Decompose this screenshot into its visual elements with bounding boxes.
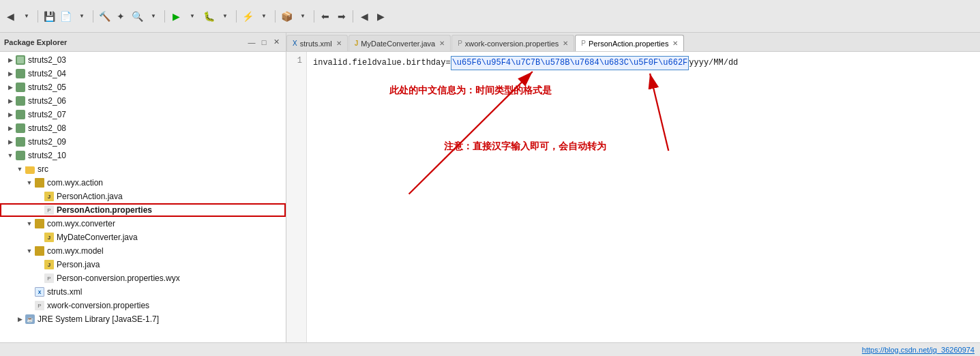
toolbar-saveas-icon[interactable]: 📄: [58, 9, 73, 24]
toolbar-dropdown7-icon[interactable]: ▼: [295, 9, 310, 24]
toolbar-nav-back-icon[interactable]: ◀: [357, 9, 372, 24]
package-icon: [34, 218, 45, 229]
toolbar-left-icon[interactable]: ⬅: [318, 9, 333, 24]
tree-item-struts2_08[interactable]: ▶ struts2_08: [0, 121, 286, 135]
tree-arrow-expanded[interactable]: ▼: [25, 178, 34, 188]
toolbar-right-icon[interactable]: ➡: [334, 9, 349, 24]
toolbar-dropdown3-icon[interactable]: ▼: [146, 9, 161, 24]
panel-close-icon[interactable]: ✕: [271, 37, 282, 48]
toolbar-ext-icon[interactable]: ⚡: [240, 9, 255, 24]
toolbar-run-icon[interactable]: ▶: [168, 9, 183, 24]
toolbar-cursor-icon[interactable]: ✦: [113, 9, 128, 24]
tab-label: PersonAction.properties: [589, 40, 668, 48]
tab-close-icon[interactable]: ✕: [563, 40, 568, 47]
tree-item-MyDateConverter-java[interactable]: J MyDateConverter.java: [0, 231, 286, 244]
tree-item-struts2_04[interactable]: ▶ struts2_04: [0, 67, 286, 80]
tree-arrow-expanded[interactable]: ▼: [5, 151, 15, 160]
tree-arrow[interactable]: ▶: [15, 314, 25, 324]
tree-arrow-leaf: [34, 273, 44, 283]
tree-item-com-wyx-converter[interactable]: ▼ com.wyx.converter: [0, 217, 286, 231]
tree-arrow[interactable]: ▶: [5, 137, 15, 147]
tree-arrow[interactable]: ▶: [5, 55, 15, 65]
tab-java-icon: J: [355, 40, 359, 47]
tree-area[interactable]: ▶ struts2_03 ▶ struts2_04 ▶ struts2_05: [0, 52, 286, 342]
toolbar-nav-fwd-icon[interactable]: ▶: [373, 9, 388, 24]
tree-arrow-expanded[interactable]: ▼: [15, 164, 25, 174]
tree-item-struts2_06[interactable]: ▶ struts2_06: [0, 94, 286, 108]
toolbar-sep-2: [93, 10, 93, 23]
code-unicode-value: \u65F6\u95F4\u7C7B\u578B\u7684\u683C\u5F…: [451, 56, 689, 70]
tab-close-icon[interactable]: ✕: [672, 40, 678, 47]
tree-arrow-expanded[interactable]: ▼: [25, 246, 34, 256]
toolbar-back-icon[interactable]: ◀: [3, 9, 18, 24]
panel-header-icons: — □ ✕: [246, 37, 282, 48]
toolbar-dropdown-icon[interactable]: ▼: [19, 9, 34, 24]
xml-file-icon: X: [34, 286, 45, 297]
tree-item-jre-library[interactable]: ▶ ☕ JRE System Library [JavaSE-1.7]: [0, 312, 286, 326]
library-icon: ☕: [25, 314, 35, 325]
tree-item-struts2_07[interactable]: ▶ struts2_07: [0, 108, 286, 121]
toolbar-bug-icon[interactable]: 🐛: [201, 9, 216, 24]
tree-item-com-wyx-action[interactable]: ▼ com.wyx.action: [0, 176, 286, 190]
panel-minimize-icon[interactable]: —: [246, 37, 257, 48]
toolbar-dropdown5-icon[interactable]: ▼: [218, 9, 233, 24]
tree-item-src[interactable]: ▼ src: [0, 162, 286, 176]
panel-maximize-icon[interactable]: □: [258, 37, 269, 48]
toolbar-sep-1: [38, 10, 38, 23]
tree-label: struts2_08: [28, 123, 66, 133]
toolbar-sep-5: [275, 10, 276, 23]
tree-label: Person.java: [57, 260, 100, 269]
tree-item-Person-conversion-properties[interactable]: P Person-conversion.properties.wyx: [0, 271, 286, 285]
tree-label: JRE System Library [JavaSE-1.7]: [38, 314, 159, 324]
project-icon: [15, 82, 26, 93]
tab-MyDateConverter[interactable]: J MyDateConverter.java ✕: [348, 35, 451, 51]
tree-label: com.wyx.converter: [47, 219, 115, 228]
tab-close-icon[interactable]: ✕: [439, 40, 445, 47]
tab-PersonAction-properties[interactable]: P PersonAction.properties ✕: [575, 35, 684, 51]
project-icon: [15, 123, 26, 134]
tree-label: struts2_05: [28, 83, 66, 92]
tree-item-struts2_09[interactable]: ▶ struts2_09: [0, 135, 286, 149]
tab-close-icon[interactable]: ✕: [336, 40, 342, 47]
tree-item-struts2_05[interactable]: ▶ struts2_05: [0, 80, 286, 94]
status-bar: https://blog.csdn.net/jq_36260974: [0, 342, 980, 356]
tab-xwork-conversion[interactable]: P xwork-conversion.properties ✕: [451, 35, 574, 51]
tree-item-com-wyx-model[interactable]: ▼ com.wyx.model: [0, 244, 286, 258]
tree-item-struts2_10[interactable]: ▼ struts2_10: [0, 149, 286, 162]
project-icon: [15, 68, 26, 79]
tree-arrow-leaf: [34, 233, 44, 242]
properties-file-icon: P: [44, 205, 55, 216]
tab-struts-xml[interactable]: X struts.xml ✕: [286, 35, 348, 51]
tree-label: struts2_03: [28, 55, 66, 65]
tree-arrow-expanded[interactable]: ▼: [25, 219, 34, 228]
tree-arrow-leaf: [25, 301, 34, 310]
tab-label: MyDateConverter.java: [361, 40, 435, 48]
tree-arrow[interactable]: ▶: [5, 110, 15, 119]
toolbar-save-icon[interactable]: 💾: [42, 9, 57, 24]
tree-arrow[interactable]: ▶: [5, 83, 15, 92]
tree-arrow-leaf: [34, 260, 44, 269]
toolbar-search-icon[interactable]: 🔍: [130, 9, 145, 24]
toolbar-sep-4: [236, 10, 237, 23]
toolbar-dropdown4-icon[interactable]: ▼: [185, 9, 200, 24]
tree-item-xwork-conversion[interactable]: P xwork-conversion.properties: [0, 299, 286, 312]
tree-item-Person-java[interactable]: J Person.java: [0, 258, 286, 271]
toolbar-build-icon[interactable]: 🔨: [97, 9, 112, 24]
status-url[interactable]: https://blog.csdn.net/jq_36260974: [862, 346, 975, 354]
code-area[interactable]: invalid.fieldvalue.birthday=\u65F6\u95F4…: [308, 52, 980, 342]
tree-arrow[interactable]: ▶: [5, 96, 15, 106]
toolbar-dropdown2-icon[interactable]: ▼: [74, 9, 89, 24]
tree-arrow[interactable]: ▶: [5, 123, 15, 133]
toolbar-dropdown6-icon[interactable]: ▼: [256, 9, 271, 24]
tree-item-struts-xml[interactable]: X struts.xml: [0, 285, 286, 299]
tree-label: com.wyx.model: [47, 246, 104, 256]
tree-item-PersonAction-properties[interactable]: P PersonAction.properties: [0, 203, 286, 217]
tree-arrow[interactable]: ▶: [5, 69, 15, 78]
toolbar-sep-3: [164, 10, 165, 23]
tree-item-struts2_03[interactable]: ▶ struts2_03: [0, 53, 286, 67]
toolbar-publish-icon[interactable]: 📦: [279, 9, 294, 24]
tree-item-PersonAction-java[interactable]: J PersonAction.java: [0, 190, 286, 203]
line-numbers: 1: [286, 52, 307, 342]
tab-label: xwork-conversion.properties: [465, 40, 559, 48]
code-line-1: invalid.fieldvalue.birthday=\u65F6\u95F4…: [313, 56, 975, 70]
